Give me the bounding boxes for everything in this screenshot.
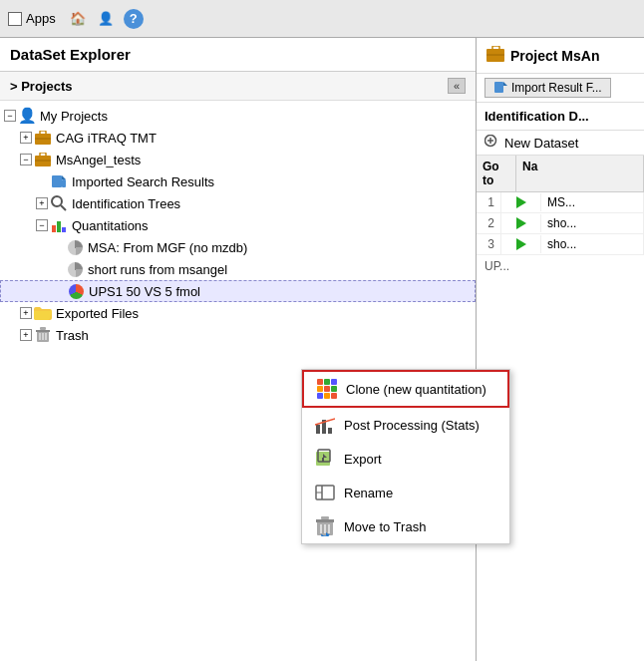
svg-rect-4 bbox=[40, 153, 46, 157]
tree-label-quantitations: Quantitations bbox=[72, 218, 149, 233]
row2-num: 2 bbox=[477, 213, 501, 233]
import-result-button[interactable]: Import Result F... bbox=[484, 78, 611, 98]
row1-num: 1 bbox=[477, 192, 501, 212]
folder-icon bbox=[34, 304, 52, 322]
toolbar: Apps 🏠 👤 ? bbox=[0, 0, 644, 38]
expand-cag-itraq[interactable]: + bbox=[20, 132, 32, 144]
import-button-label: Import Result F... bbox=[511, 81, 602, 95]
svg-rect-34 bbox=[317, 393, 323, 399]
row1-goto[interactable] bbox=[501, 193, 541, 211]
context-menu-item-rename[interactable]: Rename bbox=[302, 476, 509, 509]
right-panel: Project MsAn Import Result F... Identifi… bbox=[477, 38, 644, 661]
svg-line-10 bbox=[61, 205, 66, 210]
svg-rect-44 bbox=[322, 458, 324, 462]
tree-item-msangel-tests[interactable]: − MsAngel_tests bbox=[0, 149, 476, 170]
tree-item-id-trees[interactable]: + Identification Trees bbox=[0, 192, 476, 214]
context-menu-item-move-trash[interactable]: Move to Trash bbox=[302, 509, 509, 543]
row3-name: sho... bbox=[541, 234, 644, 254]
tree-item-trash[interactable]: + Trash bbox=[0, 324, 476, 346]
briefcase-icon-msangel bbox=[34, 151, 52, 168]
export-icon bbox=[314, 448, 336, 470]
row3-goto[interactable] bbox=[501, 235, 541, 253]
expand-my-projects[interactable]: − bbox=[4, 110, 16, 122]
svg-rect-39 bbox=[328, 428, 332, 434]
home-button[interactable]: 🏠 bbox=[66, 7, 90, 31]
svg-rect-28 bbox=[317, 379, 323, 385]
clone-icon bbox=[316, 378, 338, 400]
expand-id-trees[interactable]: + bbox=[36, 197, 48, 209]
tree-item-ups1-50vs5[interactable]: UPS1 50 VS 5 fmol bbox=[0, 280, 476, 302]
context-menu: Clone (new quantitation) Post Processing… bbox=[301, 369, 510, 544]
svg-rect-12 bbox=[57, 221, 61, 232]
collapse-button[interactable]: « bbox=[448, 78, 466, 94]
svg-rect-11 bbox=[52, 225, 56, 232]
svg-rect-29 bbox=[324, 379, 330, 385]
tree-label-cag-itraq: CAG iTRAQ TMT bbox=[56, 131, 157, 146]
table-row[interactable]: 1 MS... bbox=[477, 192, 644, 213]
expand-msangel-tests[interactable]: − bbox=[20, 154, 32, 165]
person-icon: 👤 bbox=[98, 11, 114, 26]
row3-num: 3 bbox=[477, 234, 501, 254]
tree-item-my-projects[interactable]: − 👤 My Projects bbox=[0, 105, 476, 127]
rename-label: Rename bbox=[344, 486, 393, 500]
table-row[interactable]: 3 sho... bbox=[477, 234, 644, 255]
chart-icon bbox=[50, 216, 68, 234]
tree-item-msa-from-mgf[interactable]: MSA: From MGF (no mzdb) bbox=[0, 236, 476, 258]
tree-label-ups1-50vs5: UPS1 50 VS 5 fmol bbox=[89, 284, 200, 299]
row1-name: MS... bbox=[541, 192, 644, 212]
svg-rect-8 bbox=[62, 179, 66, 187]
pie-icon-short-runs bbox=[66, 260, 84, 278]
tree-label-id-trees: Identification Trees bbox=[72, 196, 180, 211]
context-menu-item-export[interactable]: Export bbox=[302, 442, 509, 476]
project-icon bbox=[486, 46, 504, 65]
search-icon bbox=[50, 194, 68, 212]
expand-exported-files[interactable]: + bbox=[20, 307, 32, 319]
user-icon: 👤 bbox=[18, 107, 36, 125]
id-section: Identification D... bbox=[477, 103, 644, 131]
left-panel: DataSet Explorer > Projects « − 👤 My Pro… bbox=[0, 38, 477, 661]
svg-rect-13 bbox=[62, 227, 66, 232]
tree-label-trash: Trash bbox=[56, 328, 89, 343]
move-trash-icon bbox=[314, 515, 336, 537]
col-header-goto: Go to bbox=[477, 156, 516, 191]
rename-icon bbox=[314, 482, 336, 503]
stats-icon bbox=[314, 414, 336, 436]
svg-point-9 bbox=[52, 196, 62, 206]
post-processing-label: Post Processing (Stats) bbox=[344, 418, 480, 433]
svg-rect-6 bbox=[52, 175, 62, 187]
tree-item-exported-files[interactable]: + Exported Files bbox=[0, 302, 476, 324]
pie-icon-ups1 bbox=[67, 282, 85, 300]
right-panel-title: Project MsAn bbox=[477, 38, 644, 74]
tree-item-cag-itraq[interactable]: + CAG iTRAQ TMT bbox=[0, 127, 476, 149]
row2-goto[interactable] bbox=[501, 214, 541, 232]
svg-rect-35 bbox=[324, 393, 330, 399]
svg-rect-33 bbox=[331, 386, 337, 392]
expand-quantitations[interactable]: − bbox=[36, 219, 48, 231]
svg-rect-50 bbox=[321, 516, 329, 519]
svg-rect-21 bbox=[492, 46, 499, 50]
help-button[interactable]: ? bbox=[122, 7, 146, 31]
tree-label-msangel-tests: MsAngel_tests bbox=[56, 153, 141, 167]
context-menu-item-post-processing[interactable]: Post Processing (Stats) bbox=[302, 408, 509, 442]
svg-rect-15 bbox=[36, 330, 50, 332]
tree-item-imported-search[interactable]: Imported Search Results bbox=[0, 170, 476, 192]
apps-label: Apps bbox=[26, 11, 56, 26]
tree-label-short-runs: short runs from msangel bbox=[88, 262, 227, 277]
tree-item-short-runs[interactable]: short runs from msangel bbox=[0, 258, 476, 280]
pie-icon-msa bbox=[66, 238, 84, 256]
tree-label-imported-search: Imported Search Results bbox=[72, 174, 214, 189]
main-content: DataSet Explorer > Projects « − 👤 My Pro… bbox=[0, 38, 644, 661]
toolbar-checkbox[interactable] bbox=[8, 12, 22, 26]
svg-rect-37 bbox=[316, 425, 320, 434]
col-header-name: Na bbox=[516, 156, 644, 191]
panel-title: DataSet Explorer bbox=[0, 38, 476, 72]
svg-rect-30 bbox=[331, 379, 337, 385]
svg-marker-24 bbox=[503, 82, 507, 86]
tree-item-quantitations[interactable]: − Quantitations bbox=[0, 214, 476, 236]
expand-trash[interactable]: + bbox=[20, 329, 32, 341]
new-dataset-button[interactable]: New Dataset bbox=[477, 131, 644, 156]
table-row[interactable]: 2 sho... bbox=[477, 213, 644, 234]
export-label: Export bbox=[344, 452, 382, 467]
person-button[interactable]: 👤 bbox=[94, 7, 118, 31]
context-menu-item-clone[interactable]: Clone (new quantitation) bbox=[302, 370, 509, 408]
